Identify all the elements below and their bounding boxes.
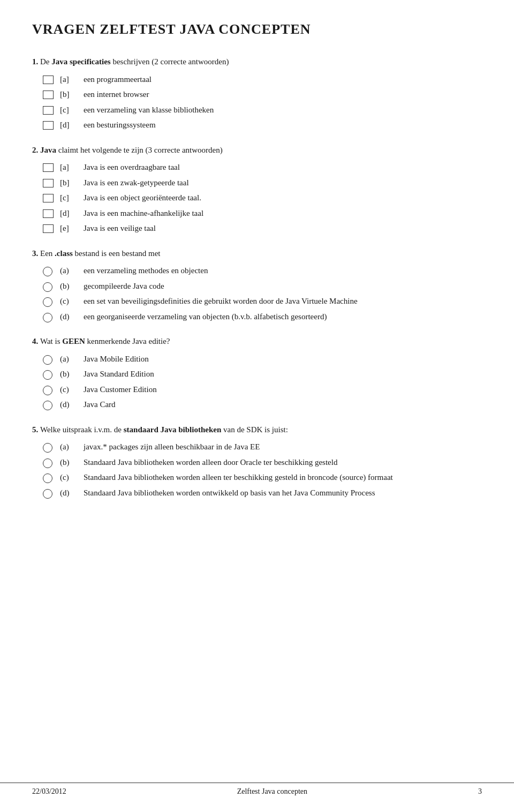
answer-text-q2-4: Java is een veilige taal <box>84 222 482 235</box>
question-heading-q1: 1. De Java specificaties beschrijven (2 … <box>32 56 482 68</box>
question-bold-q1: Java specificaties <box>51 57 110 66</box>
answer-row-q1-2: [c]een verzameling van klasse bibliothek… <box>43 104 482 116</box>
footer: 22/03/2012 Zelftest Java concepten 3 <box>0 783 514 796</box>
question-q2: 2. Java claimt het volgende te zijn (3 c… <box>32 144 482 235</box>
question-number-q5: 5. <box>32 425 40 434</box>
radio-q3-2[interactable] <box>43 297 52 307</box>
answer-row-q2-0: [a]Java is een overdraagbare taal <box>43 161 482 174</box>
question-heading-q2: 2. Java claimt het volgende te zijn (3 c… <box>32 144 482 156</box>
answer-row-q3-0: (a)een verzameling methodes en objecten <box>43 265 482 277</box>
question-bold-q5: standaard Java bibliotheken <box>124 425 222 434</box>
answer-label-q5-2: (c) <box>60 471 84 484</box>
answer-label-q5-0: (a) <box>60 441 84 453</box>
answer-label-q3-3: (d) <box>60 311 84 323</box>
answer-text-q3-0: een verzameling methodes en objecten <box>84 265 482 277</box>
checkbox-q2-2[interactable] <box>43 194 54 202</box>
answer-row-q5-3: (d)Standaard Java bibliotheken worden on… <box>43 487 482 499</box>
answer-text-q4-0: Java Mobile Edition <box>84 353 482 365</box>
answer-row-q5-2: (c)Standaard Java bibliotheken worden al… <box>43 471 482 484</box>
answer-label-q1-2: [c] <box>60 104 84 116</box>
checkbox-q1-2[interactable] <box>43 106 54 115</box>
answer-text-q3-3: een georganiseerde verzameling van objec… <box>84 311 482 323</box>
radio-q4-0[interactable] <box>43 355 52 365</box>
answer-label-q3-2: (c) <box>60 295 84 307</box>
answer-label-q5-3: (d) <box>60 487 84 499</box>
radio-q5-2[interactable] <box>43 473 52 483</box>
answer-text-q1-2: een verzameling van klasse bibliotheken <box>84 104 482 116</box>
answer-row-q5-1: (b)Standaard Java bibliotheken worden al… <box>43 456 482 469</box>
radio-q4-1[interactable] <box>43 370 52 380</box>
answer-label-q2-1: [b] <box>60 177 84 189</box>
answer-row-q1-1: [b]een internet browser <box>43 88 482 101</box>
answer-text-q2-2: Java is een object georiënteerde taal. <box>84 192 482 204</box>
checkbox-q1-0[interactable] <box>43 76 54 84</box>
answer-label-q5-1: (b) <box>60 456 84 469</box>
answer-row-q2-1: [b]Java is een zwak-getypeerde taal <box>43 177 482 189</box>
answer-row-q4-0: (a)Java Mobile Edition <box>43 353 482 365</box>
radio-q3-1[interactable] <box>43 282 52 292</box>
question-heading-q5: 5. Welke uitspraak i.v.m. de standaard J… <box>32 424 482 436</box>
radio-q4-3[interactable] <box>43 401 52 410</box>
answer-label-q4-0: (a) <box>60 353 84 365</box>
answer-row-q3-3: (d)een georganiseerde verzameling van ob… <box>43 311 482 323</box>
radio-q5-3[interactable] <box>43 489 52 499</box>
radio-q5-1[interactable] <box>43 458 52 468</box>
question-q5: 5. Welke uitspraak i.v.m. de standaard J… <box>32 424 482 499</box>
answer-row-q3-2: (c)een set van beveiligingsdefinities di… <box>43 295 482 307</box>
checkbox-q1-1[interactable] <box>43 91 54 99</box>
footer-page: 3 <box>478 787 482 796</box>
checkbox-q2-3[interactable] <box>43 209 54 218</box>
checkbox-q1-3[interactable] <box>43 121 54 130</box>
question-bold-q3: .class <box>55 249 73 258</box>
radio-q5-0[interactable] <box>43 443 52 453</box>
answer-row-q4-3: (d)Java Card <box>43 399 482 411</box>
radio-q3-3[interactable] <box>43 313 52 322</box>
question-number-q3: 3. <box>32 249 40 258</box>
answer-text-q1-1: een internet browser <box>84 88 482 101</box>
checkbox-q2-1[interactable] <box>43 179 54 187</box>
answer-label-q1-1: [b] <box>60 88 84 101</box>
footer-center: Zelftest Java concepten <box>237 787 307 796</box>
answer-row-q4-2: (c)Java Customer Edition <box>43 384 482 396</box>
answer-row-q4-1: (b)Java Standard Edition <box>43 368 482 380</box>
answer-label-q2-4: [e] <box>60 222 84 235</box>
answer-text-q3-1: gecompileerde Java code <box>84 280 482 292</box>
answer-row-q3-1: (b)gecompileerde Java code <box>43 280 482 292</box>
questions-container: 1. De Java specificaties beschrijven (2 … <box>32 56 482 499</box>
radio-q3-0[interactable] <box>43 267 52 276</box>
answer-text-q1-3: een besturingssysteem <box>84 119 482 131</box>
answer-label-q3-1: (b) <box>60 280 84 292</box>
page-title: Vragen Zelftest Java Concepten <box>32 21 482 40</box>
answer-text-q5-3: Standaard Java bibliotheken worden ontwi… <box>84 487 482 499</box>
answer-row-q5-0: (a)javax.* packages zijn alleen beschikb… <box>43 441 482 453</box>
answer-text-q5-2: Standaard Java bibliotheken worden allee… <box>84 471 482 484</box>
radio-q4-2[interactable] <box>43 386 52 395</box>
answer-row-q2-2: [c]Java is een object georiënteerde taal… <box>43 192 482 204</box>
answer-row-q2-4: [e]Java is een veilige taal <box>43 222 482 235</box>
question-heading-q3: 3. Een .class bestand is een bestand met <box>32 247 482 260</box>
footer-date: 22/03/2012 <box>32 787 66 796</box>
answer-text-q2-1: Java is een zwak-getypeerde taal <box>84 177 482 189</box>
checkbox-q2-0[interactable] <box>43 163 54 172</box>
answer-row-q1-3: [d]een besturingssysteem <box>43 119 482 131</box>
checkbox-q2-4[interactable] <box>43 224 54 233</box>
question-bold-q4: GEEN <box>62 337 85 345</box>
answer-label-q2-2: [c] <box>60 192 84 204</box>
answer-text-q4-3: Java Card <box>84 399 482 411</box>
answer-text-q2-3: Java is een machine-afhankelijke taal <box>84 207 482 220</box>
answer-label-q4-1: (b) <box>60 368 84 380</box>
answer-label-q1-0: [a] <box>60 73 84 86</box>
answer-row-q2-3: [d]Java is een machine-afhankelijke taal <box>43 207 482 220</box>
answer-row-q1-0: [a]een programmeertaal <box>43 73 482 86</box>
answer-text-q1-0: een programmeertaal <box>84 73 482 86</box>
answer-label-q4-3: (d) <box>60 399 84 411</box>
answer-text-q2-0: Java is een overdraagbare taal <box>84 161 482 174</box>
question-number-q4: 4. <box>32 337 40 345</box>
answer-label-q3-0: (a) <box>60 265 84 277</box>
answer-text-q4-1: Java Standard Edition <box>84 368 482 380</box>
answer-label-q4-2: (c) <box>60 384 84 396</box>
answer-text-q5-0: javax.* packages zijn alleen beschikbaar… <box>84 441 482 453</box>
question-number-q1: 1. <box>32 57 40 66</box>
question-number-q2: 2. <box>32 146 40 154</box>
question-q1: 1. De Java specificaties beschrijven (2 … <box>32 56 482 131</box>
